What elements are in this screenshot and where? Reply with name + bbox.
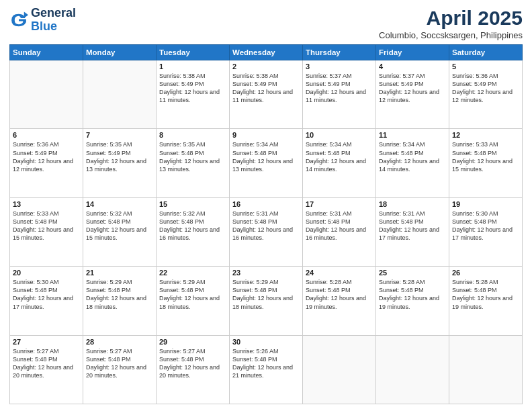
calendar-cell: 3Sunrise: 5:37 AM Sunset: 5:49 PM Daylig… xyxy=(303,60,376,129)
calendar-week-1: 6Sunrise: 5:36 AM Sunset: 5:49 PM Daylig… xyxy=(10,129,523,197)
day-info: Sunrise: 5:38 AM Sunset: 5:49 PM Dayligh… xyxy=(232,72,300,105)
day-number: 25 xyxy=(379,269,446,277)
logo-text: GeneralBlue xyxy=(31,7,76,34)
day-number: 24 xyxy=(306,269,373,277)
calendar-cell: 13Sunrise: 5:33 AM Sunset: 5:48 PM Dayli… xyxy=(10,197,83,266)
calendar-cell: 29Sunrise: 5:27 AM Sunset: 5:48 PM Dayli… xyxy=(157,335,230,404)
calendar-header: Sunday Monday Tuesday Wednesday Thursday… xyxy=(10,45,523,60)
calendar-cell xyxy=(303,335,376,404)
calendar-cell: 24Sunrise: 5:28 AM Sunset: 5:48 PM Dayli… xyxy=(303,267,376,335)
day-number: 14 xyxy=(86,200,153,208)
calendar-week-4: 27Sunrise: 5:27 AM Sunset: 5:48 PM Dayli… xyxy=(10,335,523,404)
calendar-cell xyxy=(449,335,523,404)
header-tuesday: Tuesday xyxy=(157,45,230,60)
calendar-body: 1Sunrise: 5:38 AM Sunset: 5:49 PM Daylig… xyxy=(10,60,523,404)
calendar-cell: 4Sunrise: 5:37 AM Sunset: 5:49 PM Daylig… xyxy=(376,60,449,129)
header-wednesday: Wednesday xyxy=(230,45,303,60)
day-number: 26 xyxy=(452,269,519,277)
calendar-cell: 23Sunrise: 5:29 AM Sunset: 5:48 PM Dayli… xyxy=(230,267,303,335)
day-number: 2 xyxy=(232,62,300,71)
day-number: 27 xyxy=(13,338,80,346)
day-info: Sunrise: 5:33 AM Sunset: 5:48 PM Dayligh… xyxy=(13,210,80,242)
day-info: Sunrise: 5:26 AM Sunset: 5:48 PM Dayligh… xyxy=(232,347,300,380)
calendar-cell: 14Sunrise: 5:32 AM Sunset: 5:48 PM Dayli… xyxy=(83,197,157,266)
day-number: 29 xyxy=(159,338,226,346)
day-number: 11 xyxy=(379,131,446,139)
calendar-week-3: 20Sunrise: 5:30 AM Sunset: 5:48 PM Dayli… xyxy=(10,267,523,335)
calendar-cell xyxy=(83,60,157,129)
calendar-cell: 2Sunrise: 5:38 AM Sunset: 5:49 PM Daylig… xyxy=(230,60,303,129)
day-info: Sunrise: 5:30 AM Sunset: 5:48 PM Dayligh… xyxy=(452,210,519,242)
day-info: Sunrise: 5:32 AM Sunset: 5:48 PM Dayligh… xyxy=(159,210,226,242)
day-number: 5 xyxy=(452,62,519,71)
day-number: 9 xyxy=(232,131,300,139)
day-number: 7 xyxy=(86,131,153,139)
calendar-cell: 8Sunrise: 5:35 AM Sunset: 5:48 PM Daylig… xyxy=(157,129,230,197)
day-info: Sunrise: 5:36 AM Sunset: 5:49 PM Dayligh… xyxy=(13,140,80,173)
day-info: Sunrise: 5:31 AM Sunset: 5:48 PM Dayligh… xyxy=(232,210,300,242)
day-info: Sunrise: 5:34 AM Sunset: 5:48 PM Dayligh… xyxy=(232,140,300,173)
calendar-cell: 17Sunrise: 5:31 AM Sunset: 5:48 PM Dayli… xyxy=(303,197,376,266)
calendar-cell: 6Sunrise: 5:36 AM Sunset: 5:49 PM Daylig… xyxy=(10,129,83,197)
title-month: April 2025 xyxy=(379,7,523,29)
day-info: Sunrise: 5:31 AM Sunset: 5:48 PM Dayligh… xyxy=(306,210,373,242)
title-block: April 2025 Columbio, Soccsksargen, Phili… xyxy=(379,7,523,40)
day-info: Sunrise: 5:35 AM Sunset: 5:48 PM Dayligh… xyxy=(159,140,226,173)
day-number: 22 xyxy=(159,269,226,277)
day-info: Sunrise: 5:29 AM Sunset: 5:48 PM Dayligh… xyxy=(232,278,300,311)
day-number: 1 xyxy=(159,62,226,71)
logo-blue: Blue xyxy=(31,19,57,33)
calendar-cell: 28Sunrise: 5:27 AM Sunset: 5:48 PM Dayli… xyxy=(83,335,157,404)
header-saturday: Saturday xyxy=(449,45,523,60)
calendar-cell: 16Sunrise: 5:31 AM Sunset: 5:48 PM Dayli… xyxy=(230,197,303,266)
calendar-week-2: 13Sunrise: 5:33 AM Sunset: 5:48 PM Dayli… xyxy=(10,197,523,266)
calendar-cell: 12Sunrise: 5:33 AM Sunset: 5:48 PM Dayli… xyxy=(449,129,523,197)
day-number: 28 xyxy=(86,338,153,346)
day-info: Sunrise: 5:34 AM Sunset: 5:48 PM Dayligh… xyxy=(306,140,373,173)
calendar-cell: 15Sunrise: 5:32 AM Sunset: 5:48 PM Dayli… xyxy=(157,197,230,266)
logo-icon xyxy=(9,11,28,30)
calendar-cell: 18Sunrise: 5:31 AM Sunset: 5:48 PM Dayli… xyxy=(376,197,449,266)
calendar-cell: 27Sunrise: 5:27 AM Sunset: 5:48 PM Dayli… xyxy=(10,335,83,404)
calendar-week-0: 1Sunrise: 5:38 AM Sunset: 5:49 PM Daylig… xyxy=(10,60,523,129)
day-number: 12 xyxy=(452,131,519,139)
header-monday: Monday xyxy=(83,45,157,60)
day-number: 17 xyxy=(306,200,373,208)
calendar-cell: 21Sunrise: 5:29 AM Sunset: 5:48 PM Dayli… xyxy=(83,267,157,335)
calendar-cell: 10Sunrise: 5:34 AM Sunset: 5:48 PM Dayli… xyxy=(303,129,376,197)
day-info: Sunrise: 5:29 AM Sunset: 5:48 PM Dayligh… xyxy=(159,278,226,311)
header: GeneralBlue April 2025 Columbio, Soccsks… xyxy=(9,7,523,40)
day-info: Sunrise: 5:28 AM Sunset: 5:48 PM Dayligh… xyxy=(379,278,446,311)
header-friday: Friday xyxy=(376,45,449,60)
day-info: Sunrise: 5:37 AM Sunset: 5:49 PM Dayligh… xyxy=(306,72,373,105)
calendar-cell xyxy=(376,335,449,404)
day-info: Sunrise: 5:27 AM Sunset: 5:48 PM Dayligh… xyxy=(159,347,226,380)
day-number: 21 xyxy=(86,269,153,277)
day-info: Sunrise: 5:31 AM Sunset: 5:48 PM Dayligh… xyxy=(379,210,446,242)
calendar-cell: 25Sunrise: 5:28 AM Sunset: 5:48 PM Dayli… xyxy=(376,267,449,335)
calendar-cell: 26Sunrise: 5:28 AM Sunset: 5:48 PM Dayli… xyxy=(449,267,523,335)
day-number: 13 xyxy=(13,200,80,208)
calendar-cell: 11Sunrise: 5:34 AM Sunset: 5:48 PM Dayli… xyxy=(376,129,449,197)
calendar-cell: 5Sunrise: 5:36 AM Sunset: 5:49 PM Daylig… xyxy=(449,60,523,129)
calendar-table: Sunday Monday Tuesday Wednesday Thursday… xyxy=(9,44,523,404)
day-info: Sunrise: 5:27 AM Sunset: 5:48 PM Dayligh… xyxy=(13,347,80,380)
day-number: 15 xyxy=(159,200,226,208)
day-number: 10 xyxy=(306,131,373,139)
day-number: 23 xyxy=(232,269,300,277)
calendar-cell: 22Sunrise: 5:29 AM Sunset: 5:48 PM Dayli… xyxy=(157,267,230,335)
day-number: 20 xyxy=(13,269,80,277)
header-thursday: Thursday xyxy=(303,45,376,60)
day-info: Sunrise: 5:29 AM Sunset: 5:48 PM Dayligh… xyxy=(86,278,153,311)
day-number: 18 xyxy=(379,200,446,208)
header-sunday: Sunday xyxy=(10,45,83,60)
title-location: Columbio, Soccsksargen, Philippines xyxy=(379,30,523,40)
logo: GeneralBlue xyxy=(9,7,76,34)
day-number: 16 xyxy=(232,200,300,208)
logo-general: General xyxy=(31,6,76,19)
day-number: 4 xyxy=(379,62,446,71)
day-number: 8 xyxy=(159,131,226,139)
weekday-header-row: Sunday Monday Tuesday Wednesday Thursday… xyxy=(10,45,523,60)
calendar-cell: 30Sunrise: 5:26 AM Sunset: 5:48 PM Dayli… xyxy=(230,335,303,404)
calendar-cell: 1Sunrise: 5:38 AM Sunset: 5:49 PM Daylig… xyxy=(157,60,230,129)
